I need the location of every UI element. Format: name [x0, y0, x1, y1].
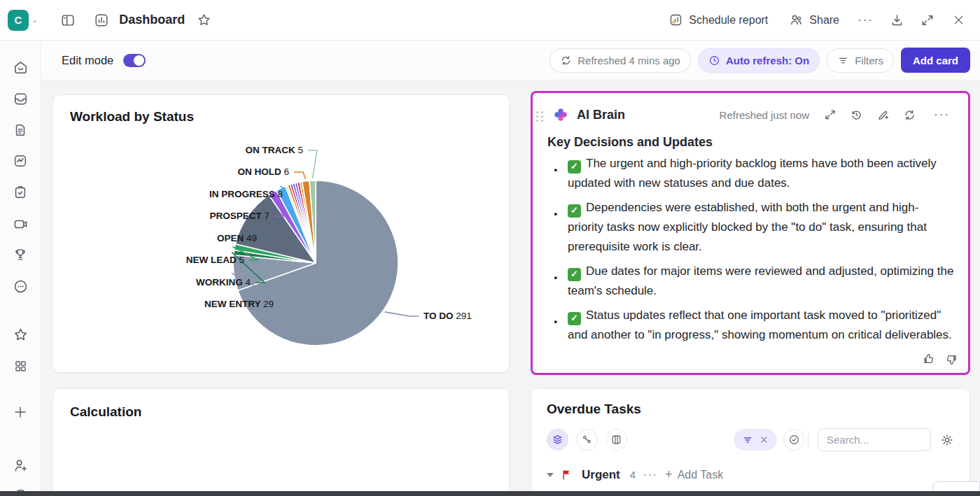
ai-history-button[interactable] [850, 108, 863, 122]
share-button[interactable]: Share [782, 8, 846, 31]
workspace-chevron-icon[interactable]: ⌄ [31, 15, 38, 24]
gear-icon [940, 433, 954, 447]
sidebar-item-clips[interactable] [8, 212, 32, 236]
clock-icon [708, 55, 720, 66]
calculation-card-title: Calculation [70, 404, 492, 420]
edit-pen-icon [876, 108, 890, 122]
ai-bullet-text: The urgent and high-priority backlog ite… [568, 157, 937, 190]
relationships-button[interactable] [576, 429, 598, 451]
sidebar-item-more[interactable] [8, 274, 32, 298]
thumbs-down-button[interactable] [945, 353, 958, 366]
active-filter-chip[interactable] [734, 429, 777, 451]
group-by-button[interactable] [547, 429, 568, 451]
urgent-group-row: Urgent 4 ··· + Add Task [547, 467, 954, 482]
sidebar-item-dashboards[interactable] [8, 149, 32, 173]
group-more-button[interactable]: ··· [643, 469, 658, 481]
left-sidebar [0, 41, 41, 496]
page-title: Dashboard [119, 13, 185, 27]
pie-leader-line [294, 172, 306, 179]
workload-pie-chart[interactable]: TO DO 291NEW ENTRY 29WORKING 4NEW LEAD 5… [53, 120, 510, 372]
columns-button[interactable] [606, 429, 627, 451]
workspace-avatar[interactable]: C [8, 10, 29, 31]
dashboard-controls-bar: Edit mode Refreshed 4 mins ago Auto refr… [41, 41, 980, 80]
dashboard-type-icon [90, 8, 113, 32]
more-circle-icon [13, 278, 29, 295]
overdue-toolbar [547, 428, 954, 451]
schedule-report-icon [668, 13, 683, 27]
ai-brain-title: AI Brain [577, 108, 625, 122]
thumbs-up-icon [922, 353, 935, 366]
priority-flag-icon [561, 469, 573, 481]
clear-filter-icon[interactable] [760, 435, 769, 444]
sidebar-item-planner[interactable] [8, 180, 32, 204]
filters-button[interactable]: Filters [827, 48, 894, 73]
more-actions-button[interactable]: ··· [853, 13, 878, 27]
ai-expand-button[interactable] [824, 108, 836, 121]
ai-more-button[interactable]: ··· [930, 108, 954, 122]
ai-refreshed-status: Refreshed just now [720, 109, 809, 121]
sidebar-item-inbox[interactable] [8, 87, 32, 111]
sidebar-item-goals[interactable] [8, 243, 32, 267]
sidebar-item-home[interactable] [8, 55, 32, 79]
download-button[interactable] [885, 8, 909, 32]
favorite-star-button[interactable] [192, 8, 216, 32]
close-button[interactable] [946, 8, 970, 32]
sidebar-item-apps[interactable] [8, 354, 32, 378]
columns-icon [610, 434, 622, 446]
add-task-button[interactable]: + Add Task [665, 467, 723, 482]
expand-icon [920, 13, 934, 27]
dashboards-icon [13, 153, 28, 169]
pie-label-on-hold: ON HOLD 6 [237, 166, 289, 177]
add-card-button[interactable]: Add card [901, 48, 970, 73]
drag-handle[interactable] [536, 111, 544, 122]
show-closed-button[interactable] [783, 429, 805, 451]
video-clip-icon [13, 216, 29, 232]
collapse-group-button[interactable] [547, 473, 554, 477]
bullet-dot: ● [554, 204, 557, 224]
invite-user-icon [13, 458, 29, 474]
ai-bullet-text: Status updates reflect that one importan… [568, 309, 952, 341]
thumbs-down-icon [945, 353, 958, 366]
download-icon [890, 13, 904, 27]
sidebar-item-docs[interactable] [8, 118, 32, 142]
group-count-badge: 4 [630, 469, 636, 481]
auto-refresh-button[interactable]: Auto refresh: On [698, 48, 820, 73]
sidebar-toggle-button[interactable] [56, 8, 80, 32]
check-emoji: ✓ [568, 268, 581, 281]
pie-label-prospect: PROSPECT 7 [209, 211, 270, 221]
trophy-icon [13, 247, 28, 262]
toolbar-divider [808, 433, 808, 447]
bullet-dot: ● [554, 160, 557, 180]
group-name[interactable]: Urgent [582, 468, 620, 482]
workload-by-status-card: Workload by Status TO DO 291NEW ENTRY 29… [52, 94, 510, 373]
bullet-dot: ● [554, 312, 557, 332]
pie-label-on-track: ON TRACK 5 [245, 145, 303, 155]
search-input[interactable] [818, 428, 931, 451]
share-icon [789, 13, 804, 27]
expand-icon [824, 108, 836, 121]
settings-button[interactable] [940, 433, 954, 447]
schedule-report-button[interactable]: Schedule report [662, 8, 775, 31]
refresh-icon [560, 55, 572, 66]
check-emoji: ✓ [568, 312, 581, 325]
pie-label-open: OPEN 49 [217, 233, 257, 243]
edit-mode-toggle[interactable] [123, 54, 146, 67]
ai-edit-button[interactable] [876, 108, 890, 122]
ai-refresh-button[interactable] [903, 108, 916, 122]
star-icon [13, 327, 29, 343]
fullscreen-button[interactable] [916, 8, 939, 32]
pie-leader-line [308, 150, 317, 178]
ai-brain-card: AI Brain Refreshed just now [531, 91, 970, 375]
sidebar-item-favorites[interactable] [8, 323, 32, 346]
ai-bullet-item: ●✓Due dates for major items were reviewe… [547, 262, 954, 301]
refreshed-button[interactable]: Refreshed 4 mins ago [550, 48, 691, 73]
sidebar-item-invite[interactable] [8, 453, 32, 477]
filter-icon [742, 434, 753, 446]
document-icon [13, 122, 28, 138]
thumbs-up-button[interactable] [922, 353, 935, 366]
check-emoji: ✓ [568, 160, 581, 173]
sidebar-item-create[interactable] [8, 400, 32, 424]
clipboard-check-icon [13, 185, 28, 200]
overdue-tasks-card: Overdue Tasks [531, 388, 970, 496]
filter-icon [837, 55, 849, 66]
